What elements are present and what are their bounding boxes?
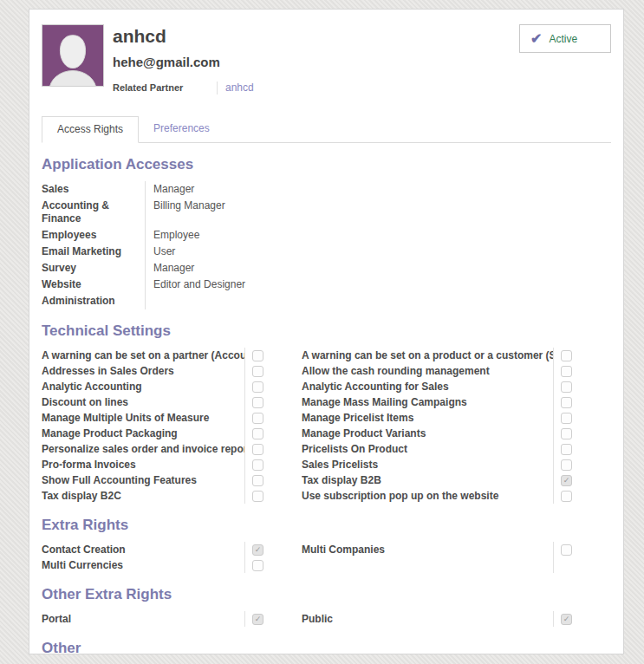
checkbox-unchecked[interactable]: [252, 444, 263, 455]
setting-label: Public: [302, 611, 553, 627]
setting-checkbox-cell: ✓: [244, 542, 267, 557]
app-access-value[interactable]: Manager: [145, 260, 611, 277]
user-name: anhcd: [113, 25, 254, 48]
checkbox-unchecked[interactable]: [252, 475, 263, 486]
checkbox-unchecked[interactable]: [252, 413, 263, 424]
column-spacer: [267, 542, 302, 557]
checkbox-checked[interactable]: ✓: [252, 614, 263, 625]
setting-label: Multi Companies: [302, 542, 553, 557]
person-silhouette-icon: [42, 25, 103, 86]
checkbox-unchecked[interactable]: [561, 444, 572, 455]
row-end-spacer: [576, 457, 611, 472]
checkbox-unchecked[interactable]: [252, 350, 263, 361]
setting-label: Pricelists On Product: [302, 441, 553, 457]
setting-label: Pro-forma Invoices: [42, 457, 244, 472]
setting-label: Show Full Accounting Features: [42, 472, 244, 488]
app-access-value[interactable]: [145, 293, 611, 309]
checkbox-unchecked[interactable]: [252, 381, 263, 393]
setting-label: Manage Pricelist Items: [302, 410, 553, 426]
app-access-value[interactable]: User: [145, 244, 611, 260]
row-end-spacer: [576, 410, 611, 426]
row-end-spacer: [576, 488, 611, 504]
section-title-other: Other: [42, 640, 611, 657]
setting-label: Addresses in Sales Orders: [42, 363, 244, 379]
setting-label: A warning can be set on a partner (Accou…: [42, 348, 244, 363]
active-stat-button[interactable]: ✔ Active: [519, 24, 611, 53]
checkbox-unchecked[interactable]: [252, 459, 263, 471]
column-spacer: [267, 410, 302, 426]
checkbox-unchecked[interactable]: [561, 428, 572, 439]
column-spacer: [267, 488, 302, 504]
checkbox-unchecked[interactable]: [561, 491, 572, 502]
checkbox-unchecked[interactable]: [252, 397, 263, 408]
setting-checkbox-cell: [244, 348, 267, 363]
setting-label: Analytic Accounting: [42, 379, 244, 394]
setting-checkbox-cell: ✓: [244, 611, 267, 627]
user-avatar[interactable]: [42, 24, 104, 87]
app-access-label: Survey: [42, 260, 145, 277]
related-partner-label: Related Partner: [113, 81, 217, 94]
app-access-label: Sales: [42, 181, 145, 198]
setting-label: Analytic Accounting for Sales: [302, 379, 553, 394]
checkbox-unchecked[interactable]: [561, 459, 572, 471]
checkbox-unchecked[interactable]: [561, 413, 572, 424]
checkbox-unchecked[interactable]: [561, 366, 572, 377]
checkbox-checked[interactable]: ✓: [561, 614, 572, 625]
setting-checkbox-cell: [244, 557, 267, 573]
column-spacer: [267, 363, 302, 379]
checkbox-unchecked[interactable]: [252, 491, 263, 502]
check-icon: ✔: [530, 32, 542, 46]
row-end-spacer: [576, 426, 611, 441]
setting-checkbox-cell: [553, 363, 576, 379]
checkbox-unchecked[interactable]: [561, 381, 572, 393]
tab-access-rights[interactable]: Access Rights: [42, 116, 139, 143]
setting-label: Multi Currencies: [42, 557, 244, 573]
setting-checkbox-cell: ✓: [553, 472, 576, 488]
app-access-value[interactable]: Employee: [145, 227, 611, 244]
app-access-value[interactable]: Manager: [145, 181, 611, 198]
setting-label: [302, 557, 553, 573]
checkbox-unchecked[interactable]: [561, 350, 572, 361]
tab-preferences[interactable]: Preferences: [139, 116, 224, 142]
row-end-spacer: [576, 472, 611, 488]
user-email: hehe@gmail.com: [113, 54, 254, 70]
setting-checkbox-cell: [553, 441, 576, 457]
setting-checkbox-cell: [553, 457, 576, 472]
app-access-value[interactable]: Editor and Designer: [145, 277, 611, 293]
user-header: anhcd hehe@gmail.com Related Partner anh…: [42, 24, 611, 94]
row-end-spacer: [576, 363, 611, 379]
column-spacer: [267, 394, 302, 410]
column-spacer: [267, 348, 302, 363]
column-spacer: [267, 379, 302, 394]
section-title-extra-rights: Extra Rights: [42, 517, 611, 534]
checkbox-checked[interactable]: ✓: [252, 544, 263, 556]
row-end-spacer: [576, 394, 611, 410]
app-access-label: Accounting & Finance: [42, 198, 145, 227]
checkbox-unchecked[interactable]: [252, 560, 263, 571]
setting-label: Manage Mass Mailing Campaigns: [302, 394, 553, 410]
related-partner-link[interactable]: anhcd: [225, 81, 254, 94]
column-spacer: [267, 441, 302, 457]
setting-label: Use subscription pop up on the website: [302, 488, 553, 504]
row-end-spacer: [576, 611, 611, 627]
checkbox-checked[interactable]: ✓: [561, 475, 572, 486]
user-identity: anhcd hehe@gmail.com Related Partner anh…: [113, 24, 254, 94]
setting-checkbox-cell: [553, 394, 576, 410]
row-end-spacer: [576, 379, 611, 394]
column-spacer: [267, 426, 302, 441]
row-end-spacer: [576, 557, 611, 573]
setting-label: Allow the cash rounding management: [302, 363, 553, 379]
checkbox-unchecked[interactable]: [561, 544, 572, 556]
setting-checkbox-cell: [553, 426, 576, 441]
setting-label: A warning can be set on a product or a c…: [302, 348, 553, 363]
checkbox-unchecked[interactable]: [252, 428, 263, 439]
column-spacer: [267, 611, 302, 627]
row-end-spacer: [576, 441, 611, 457]
checkbox-unchecked[interactable]: [252, 366, 263, 377]
checkbox-unchecked[interactable]: [561, 397, 572, 408]
app-access-value[interactable]: Billing Manager: [145, 198, 611, 227]
user-form-sheet: anhcd hehe@gmail.com Related Partner anh…: [29, 9, 624, 654]
setting-checkbox-cell: [244, 379, 267, 394]
setting-label: Manage Product Variants: [302, 426, 553, 441]
setting-checkbox-cell: [553, 410, 576, 426]
